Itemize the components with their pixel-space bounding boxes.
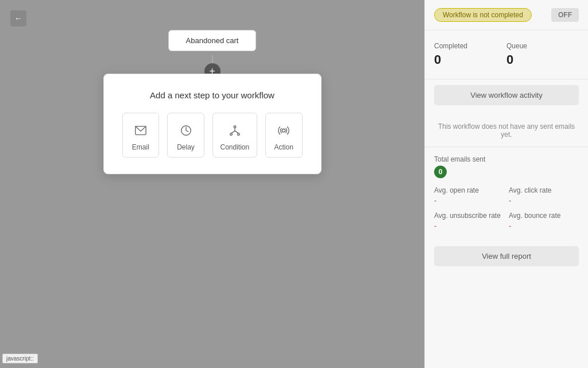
email-icon: [133, 122, 149, 139]
completed-label: Completed: [434, 42, 506, 50]
back-button[interactable]: ←: [10, 10, 26, 26]
avg-bounce-metric: Avg. bounce rate -: [509, 212, 579, 230]
svg-line-7: [235, 131, 238, 133]
workflow-node-label: Abandoned cart: [186, 36, 239, 45]
avg-unsubscribe-metric: Avg. unsubscribe rate -: [434, 212, 504, 230]
workflow-node[interactable]: Abandoned cart: [168, 30, 257, 51]
back-icon: ←: [14, 14, 22, 23]
sidebar-header: Workflow is not completed OFF: [425, 0, 588, 30]
javascript-label: javascript::: [2, 354, 38, 363]
condition-option-label: Condition: [220, 143, 250, 151]
sidebar-stats: Completed 0 Queue 0: [425, 30, 588, 79]
completed-value: 0: [434, 52, 506, 67]
connector-line-top: [212, 55, 213, 63]
step-option-condition[interactable]: Condition: [212, 113, 257, 158]
step-option-action[interactable]: Action: [265, 113, 303, 158]
avg-unsubscribe-value: -: [434, 221, 504, 230]
view-activity-button[interactable]: View workflow activity: [434, 85, 579, 105]
view-report-button[interactable]: View full report: [434, 246, 579, 266]
step-option-delay[interactable]: Delay: [167, 113, 204, 158]
svg-point-8: [282, 129, 285, 132]
sidebar-metrics: Total emails sent 0 Avg. open rate - Avg…: [425, 147, 588, 238]
queue-value: 0: [506, 52, 579, 67]
queue-label: Queue: [506, 42, 579, 50]
svg-line-6: [231, 131, 234, 133]
avg-open-rate-label: Avg. open rate: [434, 186, 504, 194]
action-option-label: Action: [274, 143, 293, 151]
toggle-off-button[interactable]: OFF: [551, 8, 579, 22]
canvas-area: ← Abandoned cart + Add a next step to yo…: [0, 0, 424, 368]
avg-bounce-label: Avg. bounce rate: [509, 212, 579, 220]
step-option-email[interactable]: Email: [122, 113, 160, 158]
action-icon: [276, 122, 292, 139]
avg-click-rate-label: Avg. click rate: [509, 186, 579, 194]
add-step-popup: Add a next step to your workflow Email: [103, 74, 322, 174]
total-emails-value: 0: [434, 166, 447, 178]
condition-icon: [227, 122, 243, 139]
workflow-status-badge: Workflow is not completed: [434, 8, 532, 22]
metrics-grid: Avg. open rate - Avg. click rate - Avg. …: [434, 186, 579, 230]
total-emails-metric: Total emails sent 0: [434, 155, 579, 178]
queue-stat: Queue 0: [506, 40, 579, 73]
avg-click-rate-metric: Avg. click rate -: [509, 186, 579, 205]
sidebar: Workflow is not completed OFF Completed …: [424, 0, 588, 368]
email-option-label: Email: [132, 143, 149, 151]
delay-option-label: Delay: [177, 143, 195, 151]
avg-bounce-value: -: [509, 221, 579, 230]
step-options-container: Email Delay: [122, 113, 303, 158]
delay-icon: [178, 122, 194, 139]
avg-unsubscribe-label: Avg. unsubscribe rate: [434, 212, 504, 220]
total-emails-label: Total emails sent: [434, 155, 579, 163]
avg-open-rate-metric: Avg. open rate -: [434, 186, 504, 205]
avg-click-rate-value: -: [509, 196, 579, 205]
no-emails-message: This workflow does not have any sent ema…: [425, 113, 588, 147]
avg-open-rate-value: -: [434, 196, 504, 205]
completed-stat: Completed 0: [434, 40, 506, 73]
popup-title: Add a next step to your workflow: [122, 90, 303, 100]
